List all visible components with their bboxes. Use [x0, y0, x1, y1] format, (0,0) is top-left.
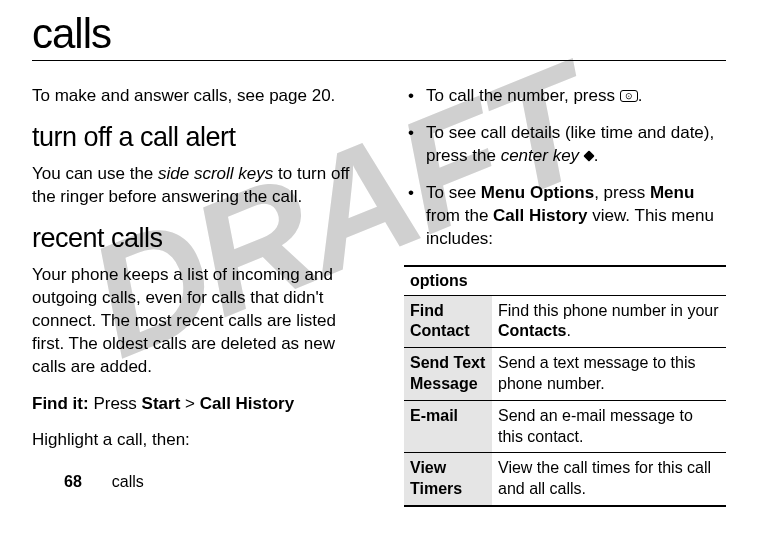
option-name: View Timers [404, 453, 492, 506]
contacts-term: Contacts [498, 322, 566, 339]
turn-off-paragraph: You can use the side scroll keys to turn… [32, 163, 372, 209]
center-key-term: center key [501, 146, 579, 165]
page-title: calls [32, 10, 726, 61]
footer-section: calls [112, 473, 144, 490]
call-history-menu: Call History [200, 394, 294, 413]
side-scroll-keys-term: side scroll keys [158, 164, 273, 183]
text: Find this phone number in your [498, 302, 719, 319]
recent-calls-paragraph: Your phone keeps a list of incoming and … [32, 264, 372, 379]
intro-paragraph: To make and answer calls, see page 20. [32, 85, 372, 108]
find-it-line: Find it: Press Start > Call History [32, 393, 372, 416]
bullet-menu-options: To see Menu Options, press Menu from the… [404, 182, 726, 251]
option-desc: Find this phone number in your Contacts. [492, 295, 726, 348]
section-turn-off-alert: turn off a call alert [32, 122, 372, 153]
table-row: View Timers View the call times for this… [404, 453, 726, 506]
bullet-list: To call the number, press . To see call … [404, 85, 726, 251]
text: Press [89, 394, 142, 413]
text: > [180, 394, 199, 413]
find-it-label: Find it: [32, 394, 89, 413]
option-name: Find Contact [404, 295, 492, 348]
section-recent-calls: recent calls [32, 223, 372, 254]
table-header-row: options [404, 266, 726, 296]
bullet-call-number: To call the number, press . [404, 85, 726, 108]
text: To see [426, 183, 481, 202]
options-table: options Find Contact Find this phone num… [404, 265, 726, 507]
start-softkey: Start [142, 394, 181, 413]
option-name: Send Text Message [404, 348, 492, 401]
text: You can use the [32, 164, 158, 183]
table-row: Find Contact Find this phone number in y… [404, 295, 726, 348]
text: from the [426, 206, 493, 225]
text: . [638, 86, 643, 105]
option-desc: Send an e-mail message to this contact. [492, 400, 726, 453]
options-header: options [404, 266, 726, 296]
bullet-call-details: To see call details (like time and date)… [404, 122, 726, 168]
call-key-icon [620, 90, 638, 102]
page-footer: 68calls [64, 473, 144, 491]
text: , press [594, 183, 650, 202]
right-column: To call the number, press . To see call … [404, 85, 726, 507]
menu-softkey: Menu [650, 183, 694, 202]
option-desc: View the call times for this call and al… [492, 453, 726, 506]
page-content: calls To make and answer calls, see page… [32, 10, 726, 507]
table-row: Send Text Message Send a text message to… [404, 348, 726, 401]
page-number: 68 [64, 473, 82, 490]
option-desc: Send a text message to this phone number… [492, 348, 726, 401]
left-column: To make and answer calls, see page 20. t… [32, 85, 372, 507]
text: To call the number, press [426, 86, 620, 105]
two-column-layout: To make and answer calls, see page 20. t… [32, 85, 726, 507]
option-name: E-mail [404, 400, 492, 453]
text: . [566, 322, 570, 339]
call-history-view: Call History [493, 206, 587, 225]
highlight-line: Highlight a call, then: [32, 429, 372, 452]
menu-options-term: Menu Options [481, 183, 594, 202]
table-row: E-mail Send an e-mail message to this co… [404, 400, 726, 453]
center-key-icon [583, 150, 594, 161]
